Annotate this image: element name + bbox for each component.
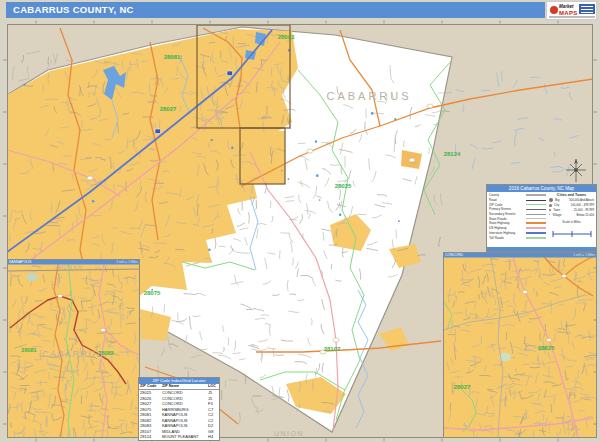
page-title: CABARRUS COUNTY, NC — [13, 4, 134, 15]
scale-bar: Scale in Miles — [549, 220, 594, 242]
inset-zip-28027: 28027 — [454, 384, 471, 390]
legend-title: 2016 Cabarrus County, NC Map — [487, 185, 596, 192]
legend-road-types: CountyRoadZIP CodePrimary StreetsSeconda… — [489, 193, 547, 242]
zip-table-cell: H4 — [207, 434, 219, 440]
legend-footer-bar — [487, 247, 596, 251]
legend-city-item: City100,000 - 499,999 — [549, 203, 594, 208]
zip-table-cell: 28124 — [139, 434, 161, 440]
zip-table-row: 28124MOUNT PLEASANTH4 — [139, 434, 219, 440]
inset-scale-text: 1 inch = .5 Miles — [116, 260, 138, 264]
zip-table-cell: MOUNT PLEASANT — [161, 434, 207, 440]
inset-scale-text: 1 inch = .5 Miles — [573, 253, 595, 257]
zip-label-28075: 28075 — [144, 290, 161, 296]
zip-label-28025: 28025 — [335, 183, 352, 189]
park-area — [26, 274, 38, 281]
inset-map-concord: 28025 28027 CONCORD 1 inch = .5 Miles — [443, 252, 597, 438]
logo-tagline-rule — [549, 16, 595, 18]
publisher-logo: Market MAPS — [546, 1, 597, 20]
zip-index-table: ZIP Code Index/Grid Locator ZIP Code ZIP… — [138, 377, 220, 441]
scale-bar-label: Scale in Miles — [549, 220, 594, 224]
map-document: CABARRUS COUNTY, NC Market MAPS — [0, 0, 600, 442]
zip-label-28027: 28027 — [160, 106, 177, 112]
legend-city-sizes: Big500,000 And AboveCity100,000 - 499,99… — [549, 198, 594, 217]
scale-bar-graphic — [551, 230, 593, 238]
legend-road-item: Toll Roads — [489, 235, 547, 240]
inset-county-label: CABARRUS — [42, 349, 104, 359]
inset-title: CONCORD — [445, 253, 464, 257]
inset-zip-28083: 28083 — [98, 350, 113, 356]
logo-brand-top: Market — [559, 4, 574, 9]
zip-label-28081: 28081 — [164, 54, 181, 60]
neighbor-county-label: UNION — [274, 430, 304, 437]
inset-zip-28025: 28025 — [538, 345, 555, 351]
zip-label-28107: 28107 — [324, 346, 341, 352]
county-name-label: CABARRUS — [326, 90, 411, 102]
legend-box: 2016 Cabarrus County, NC Map CountyRoadZ… — [486, 184, 597, 252]
legend-city-item: Town25,000 - 99,999 — [549, 208, 594, 213]
zip-label-28124: 28124 — [444, 151, 461, 157]
logo-blue-badge — [579, 4, 595, 14]
title-bar: CABARRUS COUNTY, NC — [6, 2, 545, 18]
zip-label-28083: 28083 — [278, 34, 295, 40]
legend-city-item: VillageBelow 25,000 — [549, 212, 594, 217]
inset-map-kannapolis: ROWAN CABARRUS 28081 28083 KANNAPOLIS 1 … — [7, 259, 140, 438]
inset-zip-28081: 28081 — [21, 347, 36, 353]
inset-title: KANNAPOLIS — [9, 260, 32, 264]
legend-city-item: Big500,000 And Above — [549, 198, 594, 203]
logo-dot-icon — [550, 6, 558, 14]
